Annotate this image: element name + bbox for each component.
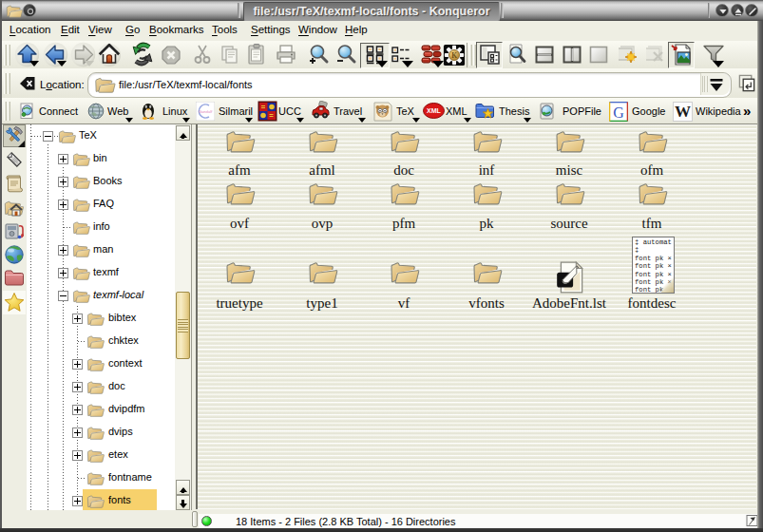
svg-text:G: G [613,104,624,121]
svg-text:W: W [675,103,691,121]
svg-text:Gandalf: Gandalf [199,109,213,114]
svg-text:XML: XML [427,107,442,114]
svg-text:K: K [451,51,457,60]
